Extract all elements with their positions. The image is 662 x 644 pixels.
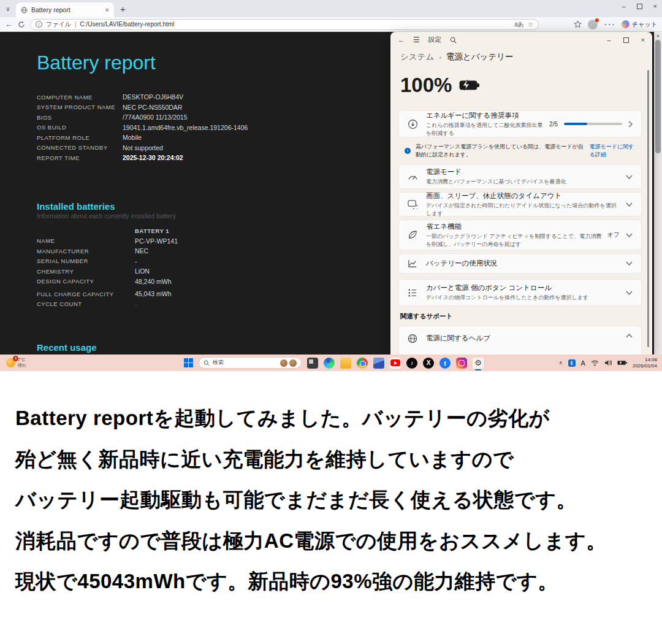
weather-widget[interactable]: 3 7°C 晴れ: [6, 358, 26, 368]
browser-close-button[interactable]: ×: [653, 2, 657, 10]
power-mode-card[interactable]: 電源モード 電力消費とパフォーマンスに基づいてデバイスを最適化: [398, 164, 642, 189]
taskbar: 3 7°C 晴れ 検索 ♪ X f: [0, 355, 662, 371]
browser-tab[interactable]: Battery report ×: [16, 2, 114, 17]
table-row: FULL CHARGE CAPACITY45,043 mWh: [37, 289, 178, 299]
screen-sleep-timeout-card[interactable]: 画面、スリープ、休止状態のタイムアウト デバイスが指定された時間にわたりアイドル…: [398, 192, 642, 217]
tab-title: Battery report: [31, 6, 102, 13]
battery-usage-card[interactable]: バッテリーの使用状況: [398, 253, 642, 274]
taskbar-edge-icon[interactable]: [324, 358, 335, 369]
chart-line-icon: [408, 259, 426, 268]
back-icon[interactable]: ←: [5, 20, 13, 29]
tab-search-chevron-icon[interactable]: ∨: [0, 6, 16, 12]
related-support-label: 関連するサポート: [400, 312, 642, 321]
taskbar-chrome-icon[interactable]: [357, 358, 368, 369]
search-highlight-image: [289, 359, 297, 367]
taskbar-youtube-icon[interactable]: [390, 358, 401, 369]
browser-toolbar: ← i ファイル | C:/Users/LAVIE/battery-report…: [0, 17, 662, 32]
banner-text: 高パフォーマンス電源プランを使用している間は、電源モードが自動的に設定されます。: [416, 143, 584, 159]
card-subtitle: 電力消費とパフォーマンスに基づいてデバイスを最適化: [426, 178, 621, 185]
favorite-star-icon[interactable]: ☆: [528, 21, 533, 28]
scroll-up-icon[interactable]: ▲: [654, 32, 662, 39]
settings-search-icon[interactable]: [450, 37, 457, 44]
page-info-icon[interactable]: i: [36, 21, 42, 28]
system-info-table: COMPUTER NAMEDESKTOP-OJ6H84V SYSTEM PROD…: [37, 92, 248, 163]
installed-batteries-table: BATTERY 1 NAMEPC-VP-WP141 MANUFACTURERNE…: [37, 226, 178, 309]
clock-time: 14:08: [633, 357, 657, 363]
search-highlight-image: [280, 359, 287, 367]
caption-line: 殆ど無く新品時に近い充電能力を維持していますので: [15, 439, 650, 480]
caption-line: Battery reportを起動してみました。バッテリーの劣化が: [15, 398, 650, 439]
settings-minimize-button[interactable]: –: [607, 36, 611, 44]
settings-scrollbar-thumb[interactable]: [647, 70, 649, 347]
bluetooth-icon[interactable]: [568, 359, 576, 367]
energy-saver-card[interactable]: 省エネ機能 一部のバックグラウンド アクティビティを制限することで、電力消費を削…: [398, 220, 642, 250]
chevron-down-icon[interactable]: [626, 233, 633, 237]
chevron-down-icon[interactable]: [626, 291, 633, 295]
collections-icon[interactable]: [574, 20, 582, 28]
power-mode-details-link[interactable]: 電源モードに関する詳細: [589, 143, 636, 159]
table-row: PLATFORM ROLEMobile: [37, 132, 248, 143]
card-subtitle: デバイスが指定された時間にわたりアイドル状態になった場合の動作を選択します: [426, 202, 621, 217]
screenshot-root: ∨ Battery report × + – × ← i ファイル | C:/U…: [0, 0, 662, 644]
table-row: NAMEPC-VP-WP141: [37, 236, 178, 247]
tab-close-icon[interactable]: ×: [105, 6, 109, 13]
taskbar-app-dark-tile[interactable]: [307, 358, 318, 369]
browser-restore-button[interactable]: [637, 4, 642, 9]
settings-back-icon[interactable]: ←: [398, 36, 405, 44]
breadcrumb-system[interactable]: システム: [400, 52, 434, 63]
taskbar-facebook-icon[interactable]: f: [439, 358, 451, 369]
caption-block: Battery reportを起動してみました。バッテリーの劣化が 殆ど無く新品…: [0, 371, 662, 644]
browser-minimize-button[interactable]: –: [622, 2, 625, 10]
address-url[interactable]: C:/Users/LAVIE/battery-report.html: [80, 21, 511, 28]
settings-titlebar: ← ☰ 設定 – ×: [390, 32, 652, 48]
battery-tray-icon[interactable]: [617, 360, 627, 366]
refresh-icon[interactable]: [18, 21, 25, 28]
energy-saver-state: オフ: [607, 231, 620, 239]
power-mode-info-banner: i 高パフォーマンス電源プランを使用している間は、電源モードが自動的に設定されま…: [398, 140, 642, 161]
taskbar-tiktok-icon[interactable]: ♪: [406, 358, 417, 369]
taskbar-instagram-icon[interactable]: [456, 358, 467, 369]
list-controls-icon: [408, 288, 426, 297]
weather-sun-icon: 3: [6, 358, 15, 367]
more-menu-icon[interactable]: ···: [604, 19, 615, 30]
chevron-down-icon[interactable]: [626, 202, 633, 207]
new-tab-button[interactable]: +: [120, 4, 126, 14]
lid-power-buttons-card[interactable]: カバーと電源 個のボタン コントロール デバイスの物理コントロールを操作したとき…: [398, 279, 642, 306]
chevron-up-icon[interactable]: [626, 334, 633, 338]
address-bar[interactable]: i ファイル | C:/Users/LAVIE/battery-report.h…: [30, 19, 539, 30]
settings-app-title: 設定: [428, 36, 441, 44]
recommendations-fraction: 2/5: [549, 121, 558, 128]
taskbar-search[interactable]: 検索: [199, 357, 302, 369]
ime-indicator[interactable]: A: [581, 359, 585, 367]
page-scrollbar[interactable]: ▲: [654, 32, 662, 355]
tray-chevron-up-icon[interactable]: ∧: [559, 360, 563, 366]
chevron-down-icon[interactable]: [626, 261, 633, 266]
taskbar-blue-box-app-icon[interactable]: [373, 358, 384, 369]
copilot-label: チャット: [632, 20, 657, 29]
taskbar-file-explorer-icon[interactable]: [340, 358, 351, 369]
battery-charging-icon: [459, 79, 480, 91]
power-help-card[interactable]: 電源に関するヘルプ: [398, 326, 642, 358]
wifi-icon[interactable]: [591, 360, 599, 366]
caption-line: 現状で45043mWhです。新品時の93%強の能力維持です。: [15, 561, 650, 602]
taskbar-clock[interactable]: 14:08 2026/01/04: [633, 357, 657, 369]
volume-icon[interactable]: [604, 359, 612, 366]
page-scrollbar-thumb[interactable]: [655, 40, 661, 153]
settings-menu-icon[interactable]: ☰: [413, 36, 420, 44]
browser-tab-bar: ∨ Battery report × + – ×: [0, 0, 662, 17]
start-button[interactable]: [184, 358, 193, 367]
translate-icon[interactable]: aあ: [514, 20, 524, 29]
chevron-down-icon[interactable]: [626, 175, 633, 179]
settings-close-button[interactable]: ×: [641, 36, 645, 44]
taskbar-x-icon[interactable]: X: [423, 358, 434, 369]
copilot-chat-button[interactable]: チャット: [622, 20, 657, 29]
copilot-icon: [622, 20, 630, 28]
profile-avatar[interactable]: [588, 20, 598, 29]
table-row: MANUFACTURERNEC: [37, 246, 178, 256]
speedometer-icon: [408, 172, 426, 181]
settings-maximize-button[interactable]: [623, 37, 629, 43]
energy-recommendations-card[interactable]: エネルギーに関する推奨事項 これらの推奨事項を適用して二酸化炭素排出量を削減する…: [398, 110, 642, 137]
taskbar-settings-icon[interactable]: ⚙: [473, 358, 484, 369]
clock-date: 2026/01/04: [633, 363, 657, 369]
chevron-right-icon: [628, 121, 633, 128]
